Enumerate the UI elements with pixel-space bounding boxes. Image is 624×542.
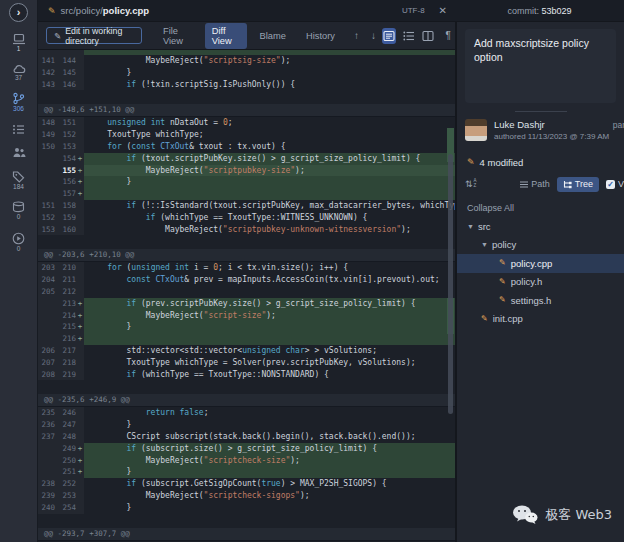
change-marker bbox=[76, 117, 84, 129]
hunk-header: @@ -293,7 +307,7 @@ bbox=[38, 528, 455, 541]
hunk-gap bbox=[38, 514, 455, 528]
code-text: TxoutType whichType; bbox=[84, 129, 455, 141]
code-text: } bbox=[84, 419, 455, 431]
tree-label: Tree bbox=[575, 179, 593, 189]
diff-line: 251+ } bbox=[38, 466, 455, 478]
path-view-button[interactable]: Path bbox=[520, 179, 550, 189]
code-text: } bbox=[84, 67, 455, 79]
pencil-icon: ✎ bbox=[54, 31, 61, 41]
change-marker bbox=[76, 357, 84, 369]
old-line-number: 235 bbox=[38, 407, 58, 419]
change-marker: + bbox=[76, 455, 84, 467]
code-text: MaybeReject("scriptpubkey-unknown-witnes… bbox=[84, 224, 455, 236]
prev-hunk-icon[interactable]: ↑ bbox=[354, 30, 359, 41]
diff-line: 213+ if (prev.scriptPubKey.size() > g_sc… bbox=[38, 298, 455, 310]
new-line-number: 155 bbox=[58, 165, 76, 177]
rail-item-team[interactable] bbox=[12, 147, 26, 159]
change-marker bbox=[76, 490, 84, 502]
whitespace-icon[interactable]: ¶ bbox=[441, 28, 455, 44]
old-line-number: 148 bbox=[38, 117, 58, 129]
commit-hash[interactable]: 53b029 bbox=[541, 6, 571, 16]
diff-line: 239253 MaybeReject("scriptcheck-sigops")… bbox=[38, 490, 455, 502]
tree-folder-policy[interactable]: ▼ policy bbox=[457, 236, 624, 255]
panel-toggle-button[interactable]: › bbox=[9, 3, 28, 22]
modified-pencil-icon: ✎ bbox=[499, 296, 506, 304]
next-hunk-icon[interactable]: ↓ bbox=[371, 30, 376, 41]
diff-line: 215+ } bbox=[38, 321, 455, 333]
file-header-bar: ✎ src/policy/ policy.cpp UTF-8 ✕ commit:… bbox=[38, 0, 624, 22]
code-text: return false; bbox=[84, 407, 455, 419]
old-line-number: 205 bbox=[38, 286, 58, 298]
new-line-number: 251 bbox=[58, 466, 76, 478]
collapse-all-button[interactable]: Collapse All bbox=[457, 203, 624, 213]
diff-line: 155+ MaybeReject("scriptpubkey-size"); bbox=[38, 165, 455, 177]
tree-file-policy-h[interactable]: ✎ policy.h bbox=[457, 273, 624, 292]
tab-file-view[interactable]: File View bbox=[156, 23, 199, 49]
tab-diff-view[interactable]: Diff View bbox=[205, 23, 247, 49]
old-line-number: 236 bbox=[38, 419, 58, 431]
code-text: } bbox=[84, 321, 455, 333]
change-marker bbox=[76, 67, 84, 79]
old-line-number bbox=[38, 298, 58, 310]
diff-line: 237248 CScript subscript(stack.back().be… bbox=[38, 431, 455, 443]
unified-view-icon[interactable] bbox=[382, 28, 396, 44]
folder-label: policy bbox=[492, 239, 516, 250]
rail-item-checklist[interactable] bbox=[12, 124, 25, 136]
new-line-number: 253 bbox=[58, 490, 76, 502]
change-marker bbox=[76, 79, 84, 91]
rail-item-cloud[interactable]: 37 bbox=[12, 64, 26, 82]
old-line-number bbox=[38, 466, 58, 478]
scrollbar-thumb[interactable] bbox=[448, 154, 453, 414]
code-text: if (prev.scriptPubKey.size() > g_script_… bbox=[84, 298, 455, 310]
tree-view-button[interactable]: Tree bbox=[557, 177, 599, 192]
old-line-number: 206 bbox=[38, 345, 58, 357]
breadcrumb: src/policy/ bbox=[61, 5, 103, 16]
file-label: settings.h bbox=[511, 295, 552, 306]
change-marker bbox=[76, 224, 84, 236]
rail-item-tags[interactable]: 184 bbox=[12, 170, 25, 191]
new-line-number: 159 bbox=[58, 212, 76, 224]
commit-message[interactable]: Add maxscriptsize policy option bbox=[465, 29, 616, 103]
file-title: policy.cpp bbox=[103, 5, 149, 16]
sort-icon[interactable]: ⇅AZ bbox=[465, 179, 477, 189]
close-icon[interactable]: ✕ bbox=[439, 5, 447, 16]
tab-history[interactable]: History bbox=[299, 28, 342, 44]
file-label: policy.cpp bbox=[511, 258, 553, 269]
tree-file-init-cpp[interactable]: ✎ init.cpp bbox=[457, 310, 624, 329]
rail-item-stashes[interactable]: 0 bbox=[12, 201, 25, 221]
edit-button-label: Edit in working directory bbox=[65, 26, 134, 46]
rail-item-workspace[interactable]: 1 bbox=[12, 33, 26, 53]
viewed-label: V bbox=[618, 179, 624, 189]
new-line-number: 212 bbox=[58, 286, 76, 298]
diff-lines: 141144 MaybeReject("scriptsig-size");142… bbox=[38, 50, 455, 541]
code-text: std::vector<std::vector<unsigned char> >… bbox=[84, 345, 455, 357]
change-marker bbox=[76, 274, 84, 286]
rail-item-branches[interactable]: 306 bbox=[12, 92, 25, 113]
old-line-number bbox=[38, 176, 58, 188]
edit-in-working-directory-button[interactable]: ✎ Edit in working directory bbox=[46, 27, 142, 44]
hunk-header: @@ -235,6 +246,9 @@ bbox=[38, 394, 455, 407]
code-text: MaybeReject("script-size"); bbox=[84, 310, 455, 322]
badge: 306 bbox=[13, 106, 24, 113]
change-marker: + bbox=[76, 165, 84, 177]
folder-label: src bbox=[478, 221, 491, 232]
change-marker bbox=[76, 431, 84, 443]
modified-pencil-icon: ✎ bbox=[48, 6, 56, 16]
tree-file-settings-h[interactable]: ✎ settings.h bbox=[457, 291, 624, 310]
old-line-number: 153 bbox=[38, 224, 58, 236]
tree-file-policy-cpp[interactable]: ✎ policy.cpp bbox=[457, 254, 624, 273]
parent-label[interactable]: par bbox=[613, 120, 624, 130]
diff-line: 249+ if (subscript.size() > g_script_siz… bbox=[38, 443, 455, 455]
rail-item-runs[interactable]: 0 bbox=[12, 232, 25, 253]
split-view-icon[interactable] bbox=[421, 28, 435, 44]
diff-toolbar: ✎ Edit in working directory File View Di… bbox=[38, 22, 455, 50]
hunk-gap bbox=[38, 235, 455, 249]
old-line-number: 150 bbox=[38, 141, 58, 153]
tree-folder-src[interactable]: ▼ src bbox=[457, 217, 624, 236]
badge: 0 bbox=[17, 246, 21, 253]
author-row: Luke Dashjr authored 11/13/2023 @ 7:39 A… bbox=[457, 112, 624, 141]
scrollbar[interactable] bbox=[447, 50, 454, 542]
tab-blame[interactable]: Blame bbox=[253, 28, 293, 44]
viewed-checkbox[interactable]: ✓ bbox=[606, 180, 615, 189]
word-wrap-icon[interactable] bbox=[402, 28, 416, 44]
